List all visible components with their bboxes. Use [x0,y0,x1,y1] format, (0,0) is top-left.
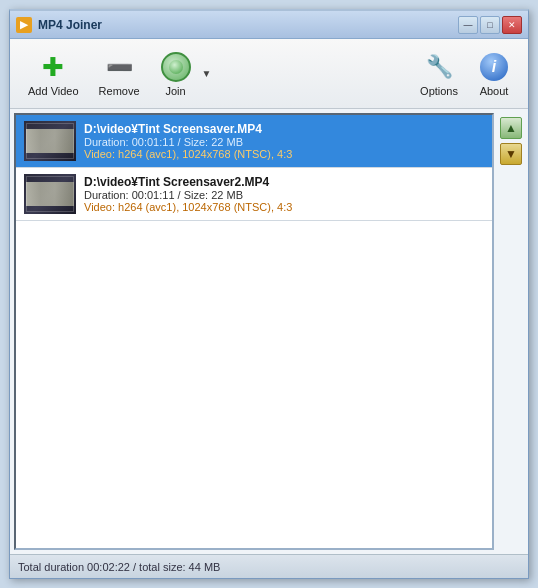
options-icon: 🔧 [423,51,455,83]
restore-button[interactable]: □ [480,16,500,34]
main-content: D:\video¥Tint Screensaver.MP4 Duration: … [10,109,528,554]
status-bar: Total duration 00:02:22 / total size: 44… [10,554,528,578]
remove-icon: ➖ [103,51,135,83]
join-label: Join [165,85,185,97]
remove-button[interactable]: ➖ Remove [89,47,150,101]
video-duration: Duration: 00:01:11 / Size: 22 MB [84,136,484,148]
video-codec: Video: h264 (avc1), 1024x768 (NTSC), 4:3 [84,201,484,213]
table-row[interactable]: D:\video¥Tint Screensaver2.MP4 Duration:… [16,168,492,221]
status-text: Total duration 00:02:22 / total size: 44… [18,561,220,573]
join-dropdown-button[interactable]: ▼ [202,60,212,88]
about-button[interactable]: i About [468,47,520,101]
video-thumbnail [24,174,76,214]
join-area: Join ▼ [150,47,212,101]
video-duration: Duration: 00:01:11 / Size: 22 MB [84,189,484,201]
add-icon: ✚ [37,51,69,83]
window-title: MP4 Joiner [38,18,458,32]
title-buttons: — □ ✕ [458,16,522,34]
toolbar: ✚ Add Video ➖ Remove Join ▼ [10,39,528,109]
video-info: D:\video¥Tint Screensaver.MP4 Duration: … [84,122,484,160]
title-bar: ▶ MP4 Joiner — □ ✕ [10,11,528,39]
video-filename: D:\video¥Tint Screensaver2.MP4 [84,175,484,189]
minimize-button[interactable]: — [458,16,478,34]
move-down-button[interactable]: ▼ [500,143,522,165]
join-button[interactable]: Join [150,47,202,101]
about-icon: i [478,51,510,83]
remove-label: Remove [99,85,140,97]
app-icon: ▶ [16,17,32,33]
add-video-button[interactable]: ✚ Add Video [18,47,89,101]
video-thumbnail [24,121,76,161]
options-button[interactable]: 🔧 Options [410,47,468,101]
video-list[interactable]: D:\video¥Tint Screensaver.MP4 Duration: … [14,113,494,550]
video-codec: Video: h264 (avc1), 1024x768 (NTSC), 4:3 [84,148,484,160]
main-window: ▶ MP4 Joiner — □ ✕ ✚ Add Video ➖ Remove [9,9,529,579]
join-icon [160,51,192,83]
video-filename: D:\video¥Tint Screensaver.MP4 [84,122,484,136]
table-row[interactable]: D:\video¥Tint Screensaver.MP4 Duration: … [16,115,492,168]
about-label: About [480,85,509,97]
side-buttons: ▲ ▼ [498,113,524,550]
video-info: D:\video¥Tint Screensaver2.MP4 Duration:… [84,175,484,213]
options-label: Options [420,85,458,97]
move-up-button[interactable]: ▲ [500,117,522,139]
add-video-label: Add Video [28,85,79,97]
close-button[interactable]: ✕ [502,16,522,34]
